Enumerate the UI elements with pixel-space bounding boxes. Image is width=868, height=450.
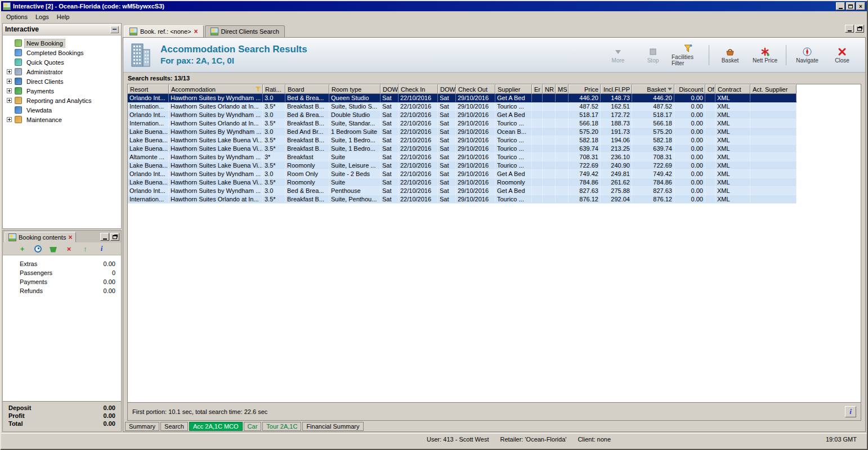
booking-contents-row-extras[interactable]: Extras0.00 [3, 259, 121, 268]
cell-basket: 722.69 [632, 161, 674, 169]
bottom-tab-search[interactable]: Search [160, 422, 188, 431]
viewdata-icon [15, 106, 22, 114]
sidebar-item-administrator[interactable]: Administrator [3, 67, 121, 76]
cell-check-out: 29/10/2016 [456, 170, 495, 178]
table-row[interactable]: Lake Buena...Hawthorn Suites By Wyndham … [128, 128, 797, 136]
column-header-discount[interactable]: Discount [674, 84, 705, 94]
main-workspace: Accommodation Search Results For pax: 2A… [123, 37, 866, 432]
close-window-button[interactable]: × [856, 2, 865, 10]
expand-icon[interactable] [7, 88, 12, 93]
delete-icon[interactable]: × [65, 245, 73, 253]
cell-discount: 0.00 [674, 195, 705, 203]
expand-icon[interactable] [7, 69, 12, 74]
panel-collapse-button[interactable] [110, 26, 119, 33]
sidebar-item-payments[interactable]: Payments [3, 86, 121, 96]
sidebar-item-viewdata[interactable]: Viewdata [3, 105, 121, 115]
mdi-minimize-button[interactable] [845, 25, 854, 33]
bottom-tab-tour-2a-1c[interactable]: Tour 2A,1C [262, 422, 301, 431]
column-header-ms[interactable]: MS [556, 84, 569, 94]
basket-dropdown-icon[interactable] [668, 88, 672, 91]
booking-contents-row-refunds[interactable]: Refunds0.00 [3, 286, 121, 295]
quick-quotes-icon [15, 58, 22, 66]
table-row[interactable]: Lake Buena...Hawthorn Suites Lake Buena … [128, 136, 797, 145]
column-header-rati[interactable]: Rati... [263, 84, 285, 94]
column-header-nr[interactable]: NR [543, 84, 556, 94]
table-row[interactable]: Orlando Int...Hawthorn Suites by Wyndham… [128, 187, 797, 195]
column-header-dow[interactable]: DOW [381, 84, 399, 94]
nett-price-button[interactable]: Nett Price [749, 46, 781, 65]
column-header-dow[interactable]: DOW [438, 84, 456, 94]
table-row[interactable]: Lake Buena...Hawthorn Suites Lake Buena … [128, 178, 797, 187]
table-row[interactable]: Orlando Int...Hawthorn Suites by Wyndham… [128, 111, 797, 119]
booking-panel-restore-button[interactable] [110, 233, 119, 241]
cell-resort: Orlando Int... [128, 111, 169, 119]
promote-icon[interactable]: ↑ [81, 245, 90, 253]
history-icon[interactable] [34, 245, 42, 253]
sidebar-item-new-booking[interactable]: New Booking [3, 38, 121, 48]
column-header-room-type[interactable]: Room type [329, 84, 381, 94]
tab-direct-clients-search[interactable]: Direct Clients Search [205, 25, 285, 37]
sidebar-item-reporting-and-analytics[interactable]: Reporting and Analytics [3, 96, 121, 105]
column-header-price[interactable]: Price [569, 84, 601, 94]
column-header-board[interactable]: Board [285, 84, 329, 94]
table-row[interactable]: Altamonte ...Hawthorn Suites by Wyndham … [128, 153, 797, 161]
reporting-icon [15, 97, 22, 104]
column-header-check-out[interactable]: Check Out [456, 84, 495, 94]
info-icon[interactable]: i [97, 245, 106, 253]
column-header-er[interactable]: Er [532, 84, 543, 94]
table-row[interactable]: Internation...Hawthorn Suites Orlando at… [128, 102, 797, 111]
column-header-contract[interactable]: Contract [715, 84, 750, 94]
cell-rati: 3.5* [263, 195, 285, 203]
close-results-button[interactable]: Close [826, 46, 858, 65]
menu-help[interactable]: Help [53, 12, 74, 21]
table-row[interactable]: Lake Buena...Hawthorn Suites Lake Buena … [128, 145, 797, 153]
navigate-button[interactable]: Navigate [791, 46, 824, 65]
minimize-button[interactable] [836, 2, 845, 10]
info-button[interactable]: i [845, 406, 856, 417]
column-header-resort[interactable]: Resort [128, 84, 169, 94]
menu-options[interactable]: Options [2, 12, 32, 21]
column-header-act-supplier[interactable]: Act. Supplier [750, 84, 797, 94]
sidebar-item-completed-bookings[interactable]: Completed Bookings [3, 48, 121, 57]
cell-of [705, 170, 715, 178]
booking-contents-tab[interactable]: Booking contents × [5, 232, 76, 242]
cell-discount: 0.00 [674, 111, 705, 119]
cell-price: 749.42 [569, 170, 601, 178]
expand-icon[interactable] [7, 79, 12, 84]
booking-contents-row-payments[interactable]: Payments0.00 [3, 277, 121, 286]
bottom-tab-acc-2a-1c-mco[interactable]: Acc 2A,1C MCO [189, 422, 243, 431]
table-row[interactable]: Orlando Int...Hawthorn Suites by Wyndham… [128, 170, 797, 178]
mdi-restore-button[interactable] [855, 25, 864, 33]
table-row[interactable]: Internation...Hawthorn Suites Orlando at… [128, 119, 797, 128]
bottom-tab-car[interactable]: Car [244, 422, 262, 431]
sidebar-item-quick-quotes[interactable]: Quick Quotes [3, 57, 121, 67]
bottom-tab-financial-summary[interactable]: Financial Summary [302, 422, 363, 431]
basket-button[interactable]: Basket [714, 46, 746, 65]
sidebar-item-direct-clients[interactable]: Direct Clients [3, 76, 121, 86]
table-row[interactable]: Lake Buena...Hawthorn Suites Lake Buena … [128, 161, 797, 170]
column-header-basket[interactable]: Basket [632, 84, 674, 94]
tab-booking-ref[interactable]: Book. ref.: <none> × [124, 25, 204, 37]
facilities-filter-button[interactable]: Facilities Filter [672, 42, 704, 68]
basket-add-icon[interactable] [50, 247, 57, 253]
column-header-accommodation[interactable]: Accommodation [169, 84, 263, 94]
expand-icon[interactable] [7, 98, 12, 103]
tab-close-icon[interactable]: × [194, 29, 198, 34]
column-header-supplier[interactable]: Supplier [495, 84, 532, 94]
table-row[interactable]: Internation...Hawthorn Suites Orlando at… [128, 195, 797, 204]
column-header-incl-fl-pp[interactable]: Incl.Fl.PP [601, 84, 632, 94]
expand-icon[interactable] [7, 117, 12, 122]
column-header-of[interactable]: Of [705, 84, 715, 94]
cell-contract: XML [715, 119, 750, 127]
bottom-tab-summary[interactable]: Summary [125, 422, 159, 431]
add-icon[interactable]: + [18, 245, 26, 253]
column-header-check-in[interactable]: Check In [399, 84, 438, 94]
table-row[interactable]: Orlando Int...Hawthorn Suites by Wyndham… [128, 94, 797, 102]
maximize-button[interactable] [846, 2, 855, 10]
booking-contents-row-passengers[interactable]: Passengers0 [3, 268, 121, 277]
booking-panel-minimize-button[interactable] [100, 233, 109, 241]
booking-contents-close-icon[interactable]: × [68, 235, 72, 240]
sidebar-item-maintenance[interactable]: Maintenance [3, 115, 121, 124]
filter-funnel-icon[interactable] [256, 87, 261, 92]
menu-logs[interactable]: Logs [32, 12, 53, 21]
